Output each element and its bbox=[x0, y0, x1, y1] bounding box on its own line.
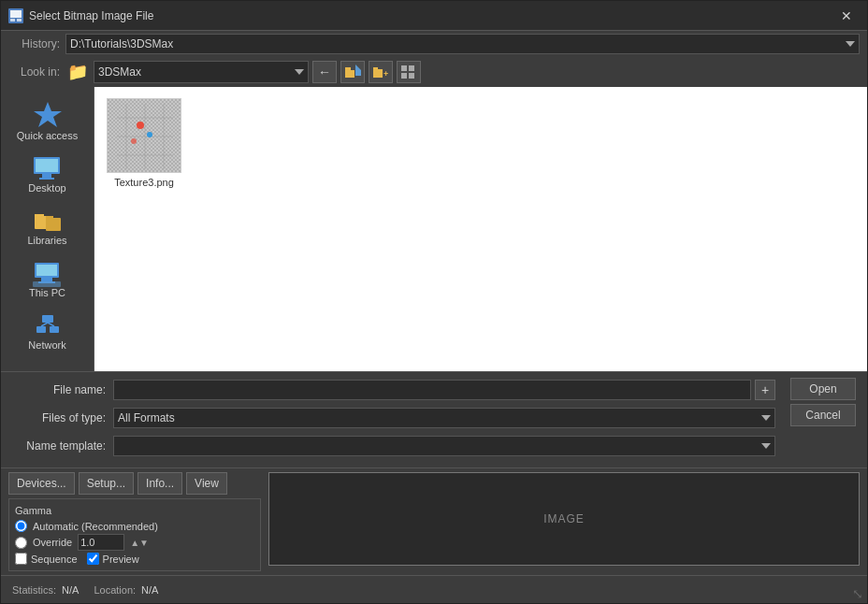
svg-rect-20 bbox=[39, 178, 54, 180]
file-name-label: File name: bbox=[12, 383, 106, 396]
left-nav-panel: Quick access Desktop Libraries bbox=[1, 87, 94, 371]
gamma-automatic-label[interactable]: Automatic (Recommended) bbox=[33, 521, 158, 532]
network-icon bbox=[33, 313, 63, 339]
nav-item-network-label: Network bbox=[28, 339, 65, 351]
action-buttons: Open Cancel bbox=[790, 378, 856, 462]
svg-rect-12 bbox=[401, 65, 407, 71]
svg-rect-39 bbox=[108, 99, 181, 173]
nav-item-libraries[interactable]: Libraries bbox=[6, 203, 90, 252]
devices-button[interactable]: Devices... bbox=[8, 472, 75, 495]
name-template-row: Name template: bbox=[12, 434, 775, 458]
preview-checkbox[interactable] bbox=[87, 553, 99, 565]
new-folder-button[interactable]: + bbox=[369, 61, 393, 83]
location-label: Location: bbox=[94, 584, 136, 596]
nav-back-button[interactable]: ← bbox=[312, 61, 337, 83]
close-button[interactable]: ✕ bbox=[833, 3, 860, 29]
seq-preview-row: Sequence Preview bbox=[15, 553, 254, 565]
lookin-dropdown[interactable]: 3DSMax bbox=[94, 61, 309, 83]
svg-rect-31 bbox=[36, 326, 46, 333]
nav-item-network[interactable]: Network bbox=[6, 308, 90, 356]
svg-rect-9 bbox=[373, 69, 383, 78]
open-button[interactable]: Open bbox=[790, 378, 856, 400]
gamma-override-spinner[interactable]: ▲▼ bbox=[130, 538, 149, 548]
svg-rect-4 bbox=[345, 70, 354, 78]
lookin-bar: Look in: 📁 3DSMax ← + bbox=[1, 57, 867, 87]
nav-item-this-pc[interactable]: This PC bbox=[6, 255, 90, 304]
device-buttons: Devices... Setup... Info... View bbox=[8, 472, 261, 495]
preview-checkbox-label[interactable]: Preview bbox=[87, 553, 139, 565]
svg-rect-26 bbox=[36, 265, 57, 276]
files-of-type-select[interactable]: All Formats bbox=[113, 408, 775, 428]
svg-rect-14 bbox=[401, 73, 407, 79]
resize-handle[interactable]: ⤡ bbox=[852, 586, 863, 601]
svg-rect-15 bbox=[409, 73, 414, 79]
view-menu-button[interactable] bbox=[397, 61, 421, 83]
statistics-item: Statistics: N/A bbox=[12, 584, 79, 596]
gamma-override-input[interactable] bbox=[78, 534, 124, 551]
lookin-label: Look in: bbox=[8, 65, 60, 79]
svg-rect-19 bbox=[42, 174, 51, 178]
left-bottom-panel: Devices... Setup... Info... View Gamma A… bbox=[8, 472, 261, 571]
nav-item-desktop[interactable]: Desktop bbox=[6, 151, 90, 199]
file-thumbnail bbox=[107, 98, 181, 173]
dialog: Select Bitmap Image File ✕ History: D:\T… bbox=[0, 0, 868, 604]
history-bar: History: D:\Tutorials\3DSMax bbox=[1, 31, 867, 57]
file-browser[interactable]: Texture3.png bbox=[94, 87, 867, 371]
cancel-button[interactable]: Cancel bbox=[790, 404, 856, 426]
svg-marker-16 bbox=[34, 102, 62, 127]
quick-access-icon bbox=[33, 100, 63, 130]
libraries-icon bbox=[33, 209, 63, 235]
bottom-area: Devices... Setup... Info... View Gamma A… bbox=[1, 467, 867, 575]
gamma-override-row: Override ▲▼ bbox=[15, 534, 254, 551]
svg-rect-27 bbox=[41, 278, 52, 281]
svg-marker-6 bbox=[355, 65, 361, 70]
svg-rect-23 bbox=[46, 218, 61, 231]
preview-box: IMAGE bbox=[268, 472, 860, 566]
svg-text:+: + bbox=[383, 69, 388, 79]
folder-icon: 📁 bbox=[67, 62, 88, 82]
gamma-override-radio[interactable] bbox=[15, 537, 27, 549]
svg-rect-2 bbox=[10, 19, 15, 22]
sequence-label: Sequence bbox=[31, 554, 78, 565]
location-value: N/A bbox=[141, 584, 158, 596]
nav-item-desktop-label: Desktop bbox=[28, 182, 65, 194]
this-pc-icon bbox=[33, 261, 63, 287]
name-template-label: Name template: bbox=[12, 439, 106, 453]
history-dropdown[interactable]: D:\Tutorials\3DSMax bbox=[65, 34, 860, 54]
svg-rect-32 bbox=[50, 326, 59, 333]
nav-up-button[interactable] bbox=[340, 61, 365, 83]
setup-button[interactable]: Setup... bbox=[79, 472, 134, 495]
info-button[interactable]: Info... bbox=[137, 472, 182, 495]
nav-item-libraries-label: Libraries bbox=[27, 235, 66, 246]
plus-button[interactable]: + bbox=[755, 380, 775, 400]
content-section: Quick access Desktop Libraries bbox=[1, 87, 867, 371]
desktop-icon bbox=[33, 156, 63, 182]
sequence-checkbox-label[interactable]: Sequence bbox=[15, 553, 78, 565]
svg-point-48 bbox=[131, 138, 137, 144]
gamma-automatic-radio[interactable] bbox=[15, 520, 27, 532]
view-button[interactable]: View bbox=[186, 472, 227, 495]
file-name-row: File name: + bbox=[12, 378, 775, 402]
nav-item-quick-access[interactable]: Quick access bbox=[6, 94, 90, 147]
file-item[interactable]: Texture3.png bbox=[102, 94, 186, 192]
svg-point-47 bbox=[147, 132, 152, 137]
gamma-automatic-row: Automatic (Recommended) bbox=[15, 520, 254, 532]
statistics-value: N/A bbox=[62, 584, 79, 596]
bitmap-icon bbox=[8, 8, 23, 23]
file-name: Texture3.png bbox=[114, 177, 174, 188]
history-label: History: bbox=[8, 37, 60, 50]
form-area: File name: + Files of type: All Formats … bbox=[1, 371, 867, 467]
svg-line-34 bbox=[48, 323, 54, 326]
sequence-checkbox[interactable] bbox=[15, 553, 27, 565]
gamma-box: Gamma Automatic (Recommended) Override ▲… bbox=[8, 498, 261, 571]
svg-point-46 bbox=[137, 122, 144, 129]
name-template-select[interactable] bbox=[113, 436, 775, 456]
svg-rect-18 bbox=[36, 159, 58, 172]
svg-rect-1 bbox=[10, 10, 22, 18]
svg-line-33 bbox=[41, 323, 48, 326]
files-of-type-label: Files of type: bbox=[12, 411, 106, 424]
nav-item-quick-access-label: Quick access bbox=[17, 130, 78, 141]
svg-rect-13 bbox=[409, 65, 414, 71]
file-name-input[interactable] bbox=[113, 380, 751, 400]
gamma-override-label[interactable]: Override bbox=[33, 537, 72, 548]
